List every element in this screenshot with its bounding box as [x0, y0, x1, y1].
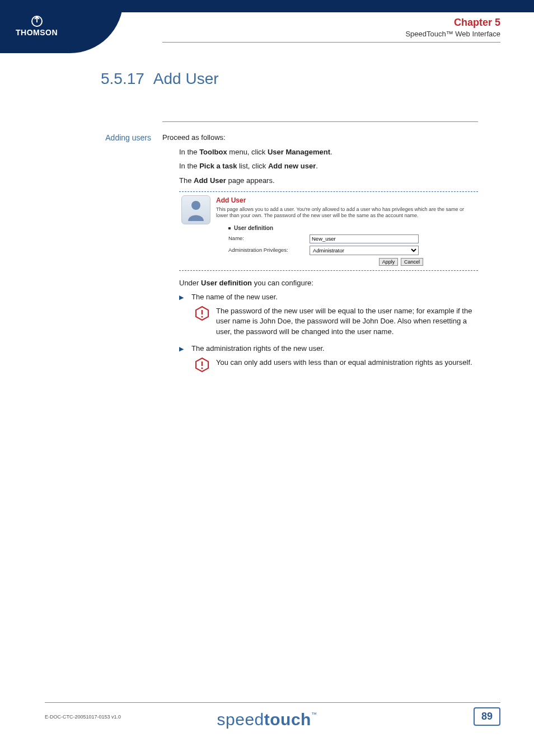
priv-row: Administration Privileges: Administrator: [228, 246, 476, 255]
footer-rule: [45, 702, 500, 703]
list-item: ▶ The administration rights of the new u…: [179, 343, 478, 354]
bullet-icon: [228, 227, 231, 229]
priv-select[interactable]: Administrator: [310, 246, 419, 255]
page-number: 89: [474, 707, 500, 726]
config-list: ▶ The name of the new user. The password…: [179, 292, 478, 375]
svg-point-7: [201, 367, 203, 369]
intro-text: Proceed as follows:: [162, 132, 478, 143]
list-item-text: The administration rights of the new use…: [191, 343, 325, 354]
triangle-bullet-icon: ▶: [179, 293, 184, 302]
note-2: You can only add users with less than or…: [195, 358, 478, 375]
content: 5.5.17Add User Adding users Proceed as f…: [0, 70, 534, 381]
step-1: In the Toolbox menu, click User Manageme…: [179, 147, 478, 158]
name-input[interactable]: [310, 234, 419, 243]
svg-point-1: [191, 201, 200, 210]
thomson-icon: [31, 16, 43, 27]
note-2-text: You can only add users with less than or…: [216, 358, 472, 368]
note-1: The password of the new user will be equ…: [195, 306, 478, 338]
header-rule: [162, 42, 500, 43]
section-number: 5.5.17: [101, 70, 144, 87]
list-item: ▶ The name of the new user.: [179, 292, 478, 303]
step-3: The Add User page appears.: [179, 175, 478, 186]
section-heading: 5.5.17Add User: [101, 70, 500, 88]
warning-icon: [195, 358, 209, 375]
footer: E-DOC-CTC-20051017-0153 v1.0 89: [0, 702, 534, 726]
section-rule: [162, 121, 478, 122]
name-row: Name:: [228, 234, 476, 243]
thomson-logo: THOMSON: [16, 16, 58, 37]
note-1-text: The password of the new user will be equ…: [216, 306, 478, 338]
section-title: Add User: [153, 70, 219, 87]
step-2: In the Pick a task list, click Add new u…: [179, 161, 478, 172]
doc-reference: E-DOC-CTC-20051017-0153 v1.0: [45, 714, 121, 720]
under-text: Under User definition you can configure:: [179, 278, 478, 289]
side-label: Adding users: [0, 132, 162, 381]
chapter-title: Chapter 5: [405, 17, 500, 29]
warning-icon: [195, 306, 209, 324]
list-item-text: The name of the new user.: [191, 292, 278, 303]
chapter-subtitle: SpeedTouch™ Web Interface: [405, 30, 500, 38]
svg-point-4: [201, 316, 203, 317]
apply-button[interactable]: Apply: [379, 258, 399, 266]
screenshot-title: Add User: [216, 195, 476, 205]
priv-label: Administration Privileges:: [228, 246, 310, 254]
user-avatar-icon: [181, 195, 210, 224]
footer-row: E-DOC-CTC-20051017-0153 v1.0 89: [45, 707, 500, 726]
main-column: Proceed as follows: In the Toolbox menu,…: [162, 132, 500, 381]
body-row: Adding users Proceed as follows: In the …: [0, 132, 500, 381]
screenshot-desc: This page allows you to add a user. You'…: [216, 206, 476, 219]
screenshot-buttons: Apply Cancel: [216, 257, 423, 266]
cancel-button[interactable]: Cancel: [401, 258, 423, 266]
add-user-screenshot: Add User This page allows you to add a u…: [179, 191, 478, 271]
header-right: Chapter 5 SpeedTouch™ Web Interface: [405, 17, 500, 38]
name-label: Name:: [228, 234, 310, 242]
thomson-text: THOMSON: [16, 28, 58, 37]
triangle-bullet-icon: ▶: [179, 344, 184, 354]
screenshot-section-label: User definition: [228, 224, 476, 232]
